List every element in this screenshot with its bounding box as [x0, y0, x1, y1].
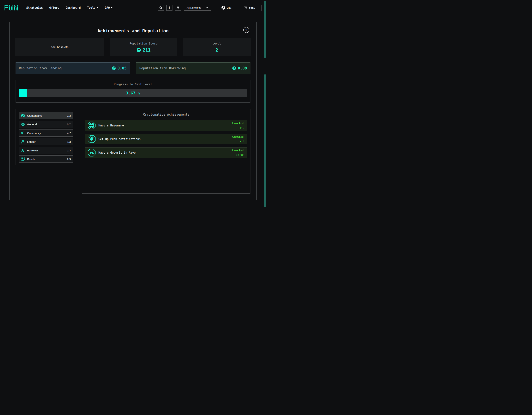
achievements-reputation-panel: Achievements and Reputation ? ceci.base.… [10, 22, 256, 200]
reputation-from-lending-card: Reputation from Lending 0.05 [16, 62, 130, 74]
profile-name-card: ceci.base.eth [16, 38, 104, 56]
network-select[interactable]: All Networks [184, 5, 211, 11]
unlocked-label: Unlocked! [232, 122, 244, 125]
megaphone-icon [21, 131, 25, 135]
level-card: Level 2 [183, 38, 250, 56]
category-count: 3/3 [67, 114, 71, 117]
wallet-icon [244, 6, 247, 9]
currency-button[interactable]: $ [166, 5, 172, 11]
achievement-row[interactable]: Have a Basename Unlocked! +10 [85, 120, 247, 131]
nav-tools[interactable]: Tools [87, 6, 98, 9]
achievement-name: Have a deposit in Aave [98, 151, 135, 154]
filter-button[interactable] [175, 5, 181, 11]
category-count: 5/7 [67, 123, 71, 126]
borrowing-label: Reputation from Borrowing [140, 66, 186, 70]
category-borrower[interactable]: Borrower 2/3 [19, 147, 73, 154]
achievement-name: Set up Push notifications [98, 138, 141, 141]
help-button[interactable]: ? [243, 27, 249, 33]
lending-label: Reputation from Lending [19, 66, 62, 70]
reputation-score-value: 211 [136, 47, 151, 53]
borrowing-value: 0.08 [232, 66, 247, 70]
points-label: +10 [240, 126, 244, 129]
level-label: Level [212, 42, 221, 45]
nav-offers[interactable]: Offers [49, 6, 59, 9]
category-count: 2/3 [67, 158, 71, 161]
progress-title: Progress to Next Level [19, 83, 247, 86]
achievement-status: Unlocked! +15 [232, 134, 244, 144]
progress-section: Progress to Next Level 3.67 % [16, 80, 250, 103]
points-label: +15 [240, 140, 244, 143]
search-button[interactable] [158, 5, 164, 11]
scrollbar-thumb[interactable] [264, 0, 266, 58]
basename-mascot-icon [88, 121, 96, 130]
lender-hand-icon [21, 140, 25, 144]
nav-dao[interactable]: DAO [105, 6, 113, 9]
category-achievements-panel: Cryptonative Achievements Have a [82, 109, 250, 194]
lending-value: 0.05 [112, 66, 127, 70]
unlocked-label: Unlocked! [232, 135, 244, 138]
bell-icon [88, 135, 96, 143]
reputation-coin-icon [21, 113, 25, 118]
chevron-down-icon [97, 7, 98, 8]
achievement-status: Unlocked! +10 [232, 120, 244, 131]
progress-percent: 3.67 % [19, 89, 247, 97]
filter-icon [176, 6, 180, 9]
reputation-sources-row: Reputation from Lending 0.05 Reputation … [16, 62, 250, 74]
bundle-icon [21, 157, 25, 161]
category-count: 2/3 [67, 149, 71, 152]
category-list: Cryptonative 3/3 General 5/7 Community 4… [16, 109, 76, 165]
points-label: +0.003 [236, 153, 244, 157]
panel-header: Achievements and Reputation ? [16, 26, 250, 35]
header-actions: $ All Networks 211 ceci [158, 4, 262, 12]
top-nav-bar: Strategies Offers Dashboard Tools DAO $ … [0, 0, 266, 15]
reputation-coin-icon [112, 66, 116, 70]
header-divider [215, 4, 215, 12]
profile-summary-row: ceci.base.eth Reputation Score 211 Level… [16, 38, 250, 56]
reputation-from-borrowing-card: Reputation from Borrowing 0.08 [136, 62, 251, 74]
dollar-icon: $ [169, 6, 170, 9]
category-cryptonative[interactable]: Cryptonative 3/3 [19, 112, 73, 119]
chevron-down-icon [111, 7, 113, 8]
achievement-name: Have a Basename [98, 124, 124, 127]
reputation-coin-icon [136, 48, 141, 52]
page-title: Achievements and Reputation [97, 28, 169, 33]
category-general[interactable]: General 5/7 [19, 121, 73, 128]
question-mark-icon: ? [245, 28, 247, 32]
reputation-coin-icon [232, 66, 236, 70]
borrower-hand-icon [21, 148, 25, 152]
progress-bar: 3.67 % [19, 89, 247, 97]
category-community[interactable]: Community 4/7 [19, 129, 73, 137]
profile-name: ceci.base.eth [51, 45, 68, 49]
primary-nav: Strategies Offers Dashboard Tools DAO [26, 6, 113, 9]
achievements-title: Cryptonative Achievements [85, 113, 247, 116]
nav-dashboard[interactable]: Dashboard [66, 6, 81, 9]
scrollbar-thumb[interactable] [264, 74, 266, 207]
aave-ghost-icon [88, 149, 96, 157]
level-value: 2 [216, 47, 218, 53]
category-count: 4/7 [67, 132, 71, 135]
reputation-score-label: Reputation Score [130, 42, 157, 45]
reputation-coin-icon [221, 6, 225, 10]
reputation-score-card: Reputation Score 211 [110, 38, 177, 56]
achievement-row[interactable]: Set up Push notifications Unlocked! +15 [85, 134, 247, 144]
category-count: 1/3 [67, 140, 71, 143]
reputation-badge[interactable]: 211 [218, 5, 234, 11]
wallet-button[interactable]: ceci [237, 5, 261, 11]
chevron-down-icon [206, 6, 208, 9]
globe-icon [21, 122, 25, 126]
achievements-content: Cryptonative 3/3 General 5/7 Community 4… [16, 109, 250, 194]
nav-strategies[interactable]: Strategies [26, 6, 43, 9]
category-bundler[interactable]: Bundler 2/3 [19, 155, 73, 163]
unlocked-label: Unlocked! [232, 149, 244, 152]
pwn-logo[interactable] [5, 5, 18, 11]
search-icon [159, 6, 162, 9]
achievement-row[interactable]: Have a deposit in Aave Unlocked! +0.003 [85, 147, 247, 158]
achievement-status: Unlocked! +0.003 [232, 147, 244, 158]
category-lender[interactable]: Lender 1/3 [19, 138, 73, 145]
